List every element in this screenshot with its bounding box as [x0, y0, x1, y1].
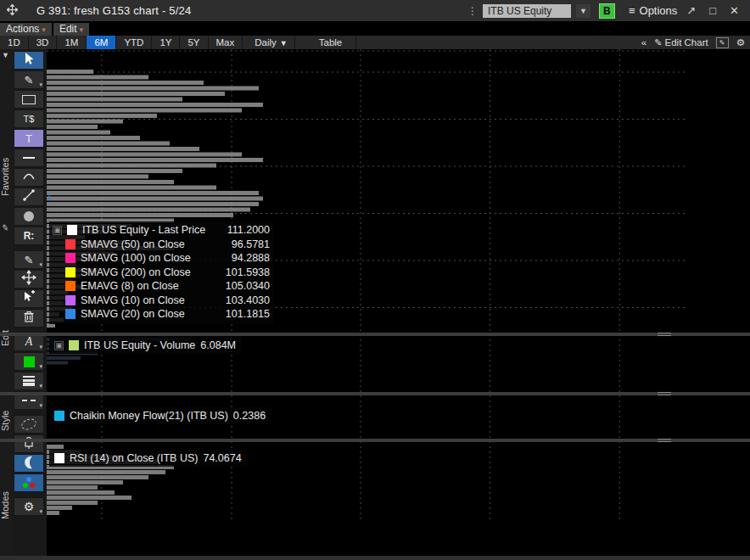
expand-icon[interactable]: ▣: [54, 341, 64, 350]
chaikin-legend[interactable]: Chaikin Money Flow(21) (ITB US) 0.2386: [49, 407, 271, 424]
rsi-legend[interactable]: RSI (14) on Close (ITB US) 74.0674: [49, 450, 247, 467]
bloomberg-chart-window: G 391: fresh G153 chart - 5/24 ⋮ ITB US …: [0, 0, 750, 560]
chaikin-swatch: [54, 411, 64, 421]
chart-region: ▣ITB US Equity - Last Price111.2000SMAVG…: [47, 49, 750, 560]
rsi-swatch: [54, 453, 64, 463]
chart-canvas[interactable]: [0, 0, 750, 560]
panel-splitter[interactable]: [0, 333, 750, 336]
splitter-grip[interactable]: [658, 333, 671, 336]
volume-swatch: [69, 340, 79, 350]
bottom-bar: [0, 556, 750, 560]
splitter-grip[interactable]: [658, 392, 671, 395]
rsi-value: 74.0674: [203, 452, 241, 464]
chaikin-value: 0.2386: [233, 410, 266, 422]
volume-legend[interactable]: ▣ ITB US Equity - Volume 6.084M: [49, 337, 241, 354]
volume-value: 6.084M: [200, 339, 236, 351]
panel-splitter[interactable]: [0, 392, 750, 395]
splitter-grip[interactable]: [658, 439, 671, 442]
panel-splitter[interactable]: [0, 439, 750, 442]
